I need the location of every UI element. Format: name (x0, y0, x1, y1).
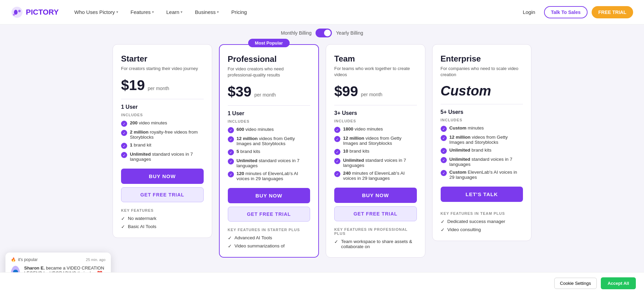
list-item: ✓ 200 video minutes (121, 120, 204, 127)
list-item: ✓ 600 video minutes (228, 127, 310, 133)
login-button[interactable]: Login (518, 6, 540, 18)
check-icon: ✓ (121, 121, 127, 127)
nav-pricing[interactable]: Pricing (226, 6, 252, 18)
list-item: ✓ 2 million royalty-free videos from Sto… (121, 129, 204, 140)
check-icon: ✓ (334, 136, 340, 142)
list-item: ✓ Basic AI Tools (121, 224, 204, 229)
list-item: ✓ Video consulting (441, 227, 523, 232)
nudge-popular-label: 🔥 it's popular (11, 257, 38, 262)
monthly-billing-label: Monthly Billing (281, 30, 311, 36)
team-plan-desc: For teams who work together to create vi… (334, 66, 417, 78)
check-icon: ✓ (121, 152, 127, 158)
check-icon: ✓ (228, 171, 234, 177)
team-plan-name: Team (334, 54, 417, 64)
list-item: ✓ Video summarizations of (228, 243, 310, 249)
check-icon: ✓ (441, 157, 447, 163)
check-icon: ✓ (228, 149, 234, 155)
starter-includes-label: INCLUDES (121, 113, 204, 117)
enterprise-bottom-features: ✓ Dedicated success manager ✓ Video cons… (441, 219, 523, 232)
check-icon: ✓ (334, 239, 338, 244)
team-free-trial-button[interactable]: GET FREE TRIAL (334, 206, 417, 221)
professional-free-trial-button[interactable]: GET FREE TRIAL (228, 207, 310, 222)
starter-divider (121, 99, 204, 99)
enterprise-price: Custom (441, 83, 523, 99)
check-icon: ✓ (334, 171, 340, 177)
enterprise-plan-desc: For companies who need to scale video cr… (441, 66, 523, 78)
starter-free-trial-button[interactable]: GET FREE TRIAL (121, 187, 204, 202)
professional-users: 1 User (228, 110, 310, 117)
enterprise-includes-label: INCLUDES (441, 118, 523, 122)
check-icon: ✓ (441, 219, 445, 224)
enterprise-plan-name: Enterprise (441, 54, 523, 64)
professional-includes-label: INCLUDES (228, 119, 310, 123)
cookie-banner: Cookie Settings Accept All (0, 272, 644, 294)
enterprise-feature-list: ✓ Custom minutes ✓ 12 million videos fro… (441, 125, 523, 180)
starter-feature-list: ✓ 200 video minutes ✓ 2 million royalty-… (121, 120, 204, 162)
nav-learn[interactable]: Learn ▾ (162, 6, 187, 18)
list-item: ✓ Custom minutes (441, 125, 523, 132)
list-item: ✓ 12 million videos from Getty Images an… (228, 136, 310, 146)
starter-buy-now-button[interactable]: BUY NOW (121, 169, 204, 184)
check-icon: ✓ (441, 170, 447, 176)
professional-divider (228, 105, 310, 106)
starter-plan-name: Starter (121, 54, 204, 64)
svg-point-3 (13, 14, 15, 15)
billing-toggle-area: Monthly Billing Yearly Billing (0, 24, 644, 44)
check-icon: ✓ (334, 158, 340, 164)
list-item: ✓ Dedicated success manager (441, 219, 523, 224)
plan-card-starter: Starter For creators starting their vide… (113, 44, 212, 238)
team-bottom-features: ✓ Team workspace to share assets & colla… (334, 239, 417, 249)
enterprise-lets-talk-button[interactable]: LET'S TALK (441, 187, 523, 202)
plan-card-enterprise: Enterprise For companies who need to sca… (432, 44, 532, 241)
plan-card-professional: Most Popular Professional For video crea… (219, 44, 319, 258)
chevron-down-icon: ▾ (217, 10, 219, 14)
list-item: ✓ Unlimited standard voices in 7 languag… (334, 158, 417, 168)
starter-users: 1 User (121, 104, 204, 110)
professional-buy-now-button[interactable]: BUY NOW (228, 188, 310, 203)
navbar: PICTORY Who Uses Pictory ▾ Features ▾ Le… (0, 0, 644, 24)
nav-who-uses[interactable]: Who Uses Pictory ▾ (70, 6, 123, 18)
nudge-header: 🔥 it's popular 25 min. ago (11, 257, 105, 262)
professional-plan-desc: For video creators who need professional… (228, 66, 310, 78)
list-item: ✓ 1 brand kit (121, 142, 204, 149)
list-item: ✓ 12 million videos from Getty Images an… (334, 136, 417, 146)
chevron-down-icon: ▾ (181, 10, 183, 14)
list-item: ✓ 12 million videos from Getty Images an… (441, 135, 523, 145)
chevron-down-icon: ▾ (152, 10, 154, 14)
team-includes-label: INCLUDES (334, 119, 417, 123)
plans-container: Starter For creators starting their vide… (104, 44, 540, 271)
yearly-billing-label: Yearly Billing (336, 30, 363, 36)
team-buy-now-button[interactable]: BUY NOW (334, 188, 417, 203)
nav-features[interactable]: Features ▾ (126, 6, 159, 18)
starter-bottom-features: ✓ No watermark ✓ Basic AI Tools (121, 216, 204, 229)
fire-icon: 🔥 (11, 257, 16, 262)
logo[interactable]: PICTORY (11, 6, 59, 18)
check-icon: ✓ (228, 243, 232, 249)
team-users: 3+ Users (334, 110, 417, 116)
check-icon: ✓ (334, 127, 340, 133)
professional-key-features-label: KEY FEATURES IN STARTER PLUS (228, 228, 310, 232)
nav-business[interactable]: Business ▾ (190, 6, 224, 18)
most-popular-badge: Most Popular (248, 39, 290, 47)
nav-right: Login Talk To Sales FREE TRIAL (518, 6, 633, 18)
professional-plan-name: Professional (228, 54, 310, 64)
list-item: ✓ 240 minutes of ElevenLab's AI voices i… (334, 171, 417, 181)
cookie-settings-button[interactable]: Cookie Settings (554, 278, 597, 289)
enterprise-divider (441, 104, 523, 104)
list-item: ✓ 120 minutes of ElevenLab's AI voices i… (228, 171, 310, 181)
free-trial-nav-button[interactable]: FREE TRIAL (592, 6, 633, 18)
logo-text: PICTORY (26, 8, 59, 17)
billing-toggle[interactable] (316, 29, 332, 37)
enterprise-price-amount: Custom (441, 83, 491, 98)
talk-to-sales-button[interactable]: Talk To Sales (544, 6, 587, 18)
chevron-down-icon: ▾ (116, 10, 118, 14)
list-item: ✓ 10 brand kits (334, 149, 417, 155)
team-price-amount: $99 (334, 83, 358, 99)
check-icon: ✓ (121, 130, 127, 136)
plan-card-team: Team For teams who work together to crea… (326, 44, 425, 258)
check-icon: ✓ (334, 149, 340, 155)
check-icon: ✓ (228, 235, 232, 241)
list-item: ✓ Team workspace to share assets & colla… (334, 239, 417, 249)
accept-all-button[interactable]: Accept All (601, 277, 636, 289)
starter-plan-desc: For creators starting their video journe… (121, 66, 204, 72)
